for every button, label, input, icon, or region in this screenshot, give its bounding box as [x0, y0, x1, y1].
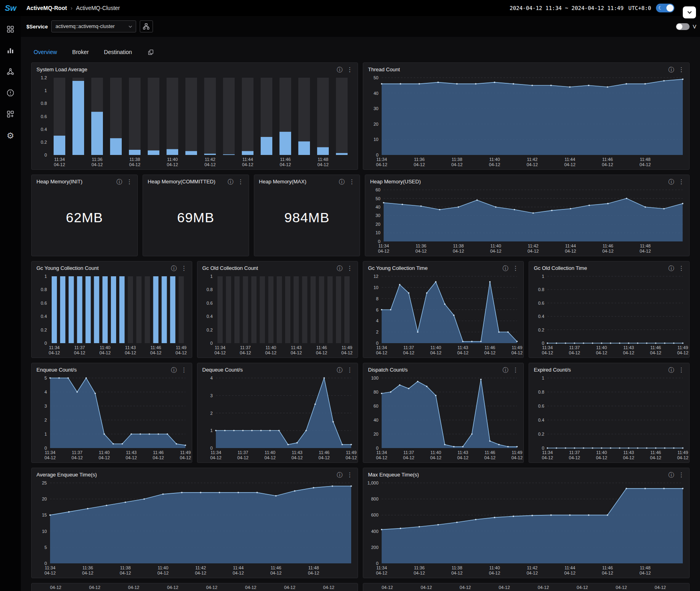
kebab-menu-icon[interactable]: ⋮	[127, 179, 133, 185]
svg-text:6: 6	[376, 308, 378, 312]
dashboard-tabs: Overview Broker Destination	[31, 43, 690, 61]
svg-text:11:38: 11:38	[452, 565, 463, 570]
chart-title: Dequeue Count/s	[202, 367, 243, 373]
svg-text:11:49: 11:49	[346, 450, 357, 455]
copy-tabs-icon[interactable]	[147, 49, 154, 56]
svg-text:04-12: 04-12	[91, 162, 103, 167]
svg-text:04-12: 04-12	[414, 162, 425, 167]
marketplace-icon[interactable]	[6, 110, 15, 119]
auto-refresh-toggle[interactable]	[676, 23, 690, 30]
svg-text:04-12: 04-12	[489, 162, 500, 167]
collapse-header-button[interactable]	[683, 6, 696, 18]
svg-text:04-12: 04-12	[82, 571, 93, 575]
breadcrumb-current[interactable]: ActiveMQ-Cluster	[76, 5, 120, 11]
partial-axis-labels: 04-1204-1204-1204-1204-1204-1204-1204-12	[32, 583, 358, 590]
svg-text:11:34: 11:34	[376, 157, 387, 162]
svg-text:400: 400	[371, 529, 378, 534]
topbar-right: 2024-04-12 11:34 ~ 2024-04-12 11:49 UTC+…	[510, 4, 695, 12]
info-icon[interactable]: ⓘ	[228, 179, 233, 185]
svg-text:04-12: 04-12	[175, 350, 187, 355]
svg-text:5: 5	[44, 545, 47, 550]
heap-memory-used-chart: 010203040506011:3404-1211:3604-1211:3804…	[365, 186, 689, 256]
sitemap-icon	[143, 23, 150, 30]
kebab-menu-icon[interactable]: ⋮	[349, 179, 355, 185]
partial-axis-labels: 04-1204-1204-1204-1204-1204-1204-1204-12	[363, 583, 689, 590]
row-5: Average Enqueue Time(s) ⓘ⋮ 051015202511:…	[31, 468, 690, 578]
svg-text:11:46: 11:46	[485, 345, 495, 350]
theme-toggle[interactable]: ☾	[656, 4, 674, 12]
info-icon[interactable]: ⓘ	[171, 265, 177, 271]
info-icon[interactable]: ⓘ	[337, 67, 342, 72]
svg-text:4: 4	[376, 318, 378, 323]
tab-broker[interactable]: Broker	[72, 49, 89, 55]
info-icon[interactable]: ⓘ	[668, 472, 674, 478]
svg-text:04-12: 04-12	[623, 350, 634, 355]
toolbar-right: V	[676, 16, 700, 37]
svg-text:04-12: 04-12	[564, 162, 575, 167]
kebab-menu-icon[interactable]: ⋮	[513, 265, 519, 271]
kebab-menu-icon[interactable]: ⋮	[347, 265, 353, 271]
svg-text:4: 4	[44, 390, 47, 394]
kebab-menu-icon[interactable]: ⋮	[181, 367, 187, 373]
svg-text:04-12: 04-12	[490, 249, 501, 253]
info-icon[interactable]: ⓘ	[339, 179, 344, 185]
svg-text:04-12: 04-12	[318, 455, 330, 460]
svg-text:04-12: 04-12	[125, 350, 136, 355]
svg-text:11:40: 11:40	[596, 450, 607, 455]
info-icon[interactable]: ⓘ	[337, 367, 342, 373]
svg-text:04-12: 04-12	[280, 162, 291, 167]
dashboard-icon[interactable]	[6, 25, 15, 34]
chart-card-expired-count: Expired Count/s ⓘ⋮ 00.20.40.60.8111:3404…	[529, 363, 690, 463]
kebab-menu-icon[interactable]: ⋮	[678, 179, 684, 185]
svg-text:04-12: 04-12	[270, 571, 282, 575]
info-icon[interactable]: ⓘ	[117, 179, 122, 185]
kebab-menu-icon[interactable]: ⋮	[347, 66, 353, 72]
svg-text:04-12: 04-12	[451, 571, 463, 575]
breadcrumb-root[interactable]: ActiveMQ-Root	[26, 5, 67, 11]
kebab-menu-icon[interactable]: ⋮	[678, 367, 684, 373]
info-icon[interactable]: ⓘ	[668, 265, 674, 271]
service-topology-button[interactable]	[140, 20, 153, 32]
skywalking-logo[interactable]: Sw	[5, 4, 22, 13]
main-area: $Service activemq::activemq-cluster V Ov…	[21, 16, 700, 591]
topology-icon[interactable]	[6, 67, 15, 76]
time-range-picker[interactable]: 2024-04-12 11:34 ~ 2024-04-12 11:49	[510, 5, 624, 11]
svg-text:11:34: 11:34	[49, 345, 60, 350]
tab-destination[interactable]: Destination	[104, 49, 132, 55]
kebab-menu-icon[interactable]: ⋮	[347, 472, 353, 478]
svg-text:0.6: 0.6	[207, 301, 213, 306]
row-4: Enqueue Count/s ⓘ⋮ 01234511:3404-1211:37…	[31, 363, 690, 463]
info-icon[interactable]: ⓘ	[503, 367, 508, 373]
chart-card-gc-old-count: Gc Old Collection Count ⓘ⋮ 00.20.40.60.8…	[197, 261, 358, 358]
service-select[interactable]: activemq::activemq-cluster	[51, 20, 136, 32]
alerting-icon[interactable]	[6, 88, 15, 97]
kebab-menu-icon[interactable]: ⋮	[238, 179, 244, 185]
info-icon[interactable]: ⓘ	[668, 367, 674, 373]
metrics-chart-icon[interactable]	[6, 46, 15, 55]
kebab-menu-icon[interactable]: ⋮	[678, 66, 684, 72]
svg-text:04-12: 04-12	[596, 455, 607, 460]
chart-card-system-load-average: System Load Average ⓘ⋮ 00.20.40.60.811.2…	[31, 62, 358, 170]
kebab-menu-icon[interactable]: ⋮	[181, 265, 187, 271]
kebab-menu-icon[interactable]: ⋮	[513, 367, 519, 373]
kebab-menu-icon[interactable]: ⋮	[347, 367, 353, 373]
svg-text:04-12: 04-12	[346, 455, 357, 460]
stat-value: 984MB	[254, 186, 360, 256]
info-icon[interactable]: ⓘ	[337, 265, 342, 271]
info-icon[interactable]: ⓘ	[337, 472, 342, 478]
svg-text:11:36: 11:36	[414, 565, 425, 570]
svg-text:04-12: 04-12	[54, 162, 65, 167]
info-icon[interactable]: ⓘ	[668, 179, 674, 185]
kebab-menu-icon[interactable]: ⋮	[678, 472, 684, 478]
tab-overview[interactable]: Overview	[34, 49, 57, 55]
info-icon[interactable]: ⓘ	[171, 367, 177, 373]
info-icon[interactable]: ⓘ	[668, 67, 674, 72]
kebab-menu-icon[interactable]: ⋮	[678, 265, 684, 271]
info-icon[interactable]: ⓘ	[503, 265, 508, 271]
settings-gear-icon[interactable]: ⚙	[6, 131, 15, 140]
svg-text:20: 20	[374, 122, 378, 127]
svg-text:11:38: 11:38	[452, 157, 463, 162]
svg-text:0.4: 0.4	[41, 314, 47, 319]
svg-text:04-12: 04-12	[451, 162, 463, 167]
svg-text:11:42: 11:42	[528, 243, 539, 248]
